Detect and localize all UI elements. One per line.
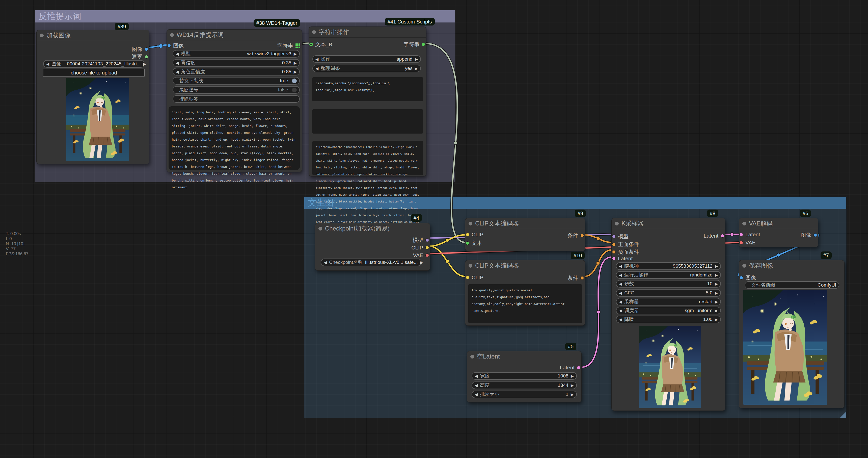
node-save-image[interactable]: 保存图像 图像 文件名前缀 ComfyUI: [739, 260, 844, 408]
output-conditioning[interactable]: 条件: [567, 232, 584, 239]
latent-slot-icon[interactable]: [612, 257, 616, 260]
output-image[interactable]: 图像: [801, 231, 817, 238]
increment-arrow-icon[interactable]: ▶: [415, 66, 418, 71]
output-string[interactable]: 字符串: [277, 42, 300, 49]
increment-arrow-icon[interactable]: ▶: [715, 273, 718, 278]
text-a-textarea[interactable]: ciloranko,maccha \(mochancc\),lobelia \(…: [312, 77, 423, 101]
collapse-dot-icon[interactable]: [318, 227, 322, 230]
input-image[interactable]: 图像: [740, 274, 756, 281]
latent-slot-icon[interactable]: [577, 366, 580, 369]
threshold-stepper[interactable]: ◀ 置信度 0.35 ▶: [173, 59, 300, 67]
input-vae[interactable]: VAE: [740, 239, 755, 246]
input-text-b[interactable]: 文本_B: [309, 41, 332, 48]
increment-arrow-icon[interactable]: ▶: [571, 374, 574, 378]
node-header[interactable]: 加载图像: [37, 30, 149, 41]
clip-slot-icon[interactable]: [426, 246, 429, 250]
node-header[interactable]: 字符串操作: [309, 27, 426, 38]
image-slot-icon[interactable]: [145, 48, 148, 51]
choose-file-button[interactable]: choose file to upload: [43, 69, 145, 77]
conditioning-slot-icon[interactable]: [612, 250, 616, 254]
increment-arrow-icon[interactable]: ▶: [143, 62, 146, 66]
input-latent[interactable]: Latent: [612, 256, 632, 262]
increment-arrow-icon[interactable]: ▶: [715, 308, 718, 313]
node-header[interactable]: 保存图像: [739, 260, 844, 271]
height-stepper[interactable]: ◀ 高度 1344 ▶: [472, 381, 577, 389]
model-slot-icon[interactable]: [426, 238, 429, 242]
decrement-arrow-icon[interactable]: ◀: [619, 308, 622, 313]
image-slot-icon[interactable]: [167, 44, 171, 48]
decrement-arrow-icon[interactable]: ◀: [324, 260, 327, 265]
increment-arrow-icon[interactable]: ▶: [415, 57, 418, 62]
toggle-on-icon[interactable]: [292, 79, 297, 83]
collapse-dot-icon[interactable]: [615, 222, 619, 226]
output-conditioning[interactable]: 条件: [567, 275, 584, 282]
filename-prefix-field[interactable]: 文件名前缀 ComfyUI: [745, 281, 839, 289]
decrement-arrow-icon[interactable]: ◀: [176, 52, 179, 56]
collapse-dot-icon[interactable]: [469, 222, 472, 226]
decrement-arrow-icon[interactable]: ◀: [475, 392, 478, 397]
input-clip[interactable]: CLIP: [466, 231, 484, 237]
image-slot-icon[interactable]: [813, 233, 817, 237]
collapse-dot-icon[interactable]: [470, 355, 474, 359]
character-threshold-stepper[interactable]: ◀ 角色置信度 0.85 ▶: [173, 68, 300, 76]
model-combo[interactable]: ◀ 模型 wd-swinv2-tagger-v3 ▶: [173, 50, 300, 58]
increment-arrow-icon[interactable]: ▶: [294, 52, 297, 56]
increment-arrow-icon[interactable]: ▶: [715, 317, 718, 322]
node-clip-encode-positive[interactable]: CLIP文本编码器 CLIP 文本 条件: [465, 218, 585, 251]
input-latent[interactable]: Latent: [740, 231, 760, 237]
tags-output-textarea[interactable]: 1girl, solo, long hair, looking at viewe…: [168, 106, 300, 170]
negative-prompt-textarea[interactable]: low quality,worst quality,normal quality…: [468, 284, 582, 323]
checkpoint-name-combo[interactable]: ◀ Checkpoint名称 Illustrious-XL-v0.1.safe.…: [321, 259, 422, 266]
exclude-tags-field[interactable]: 排除标签: [173, 95, 300, 103]
output-latent[interactable]: Latent: [560, 365, 580, 371]
increment-arrow-icon[interactable]: ▶: [294, 61, 297, 65]
increment-arrow-icon[interactable]: ▶: [420, 260, 423, 265]
input-negative[interactable]: 负面条件: [612, 249, 639, 256]
trailing-comma-toggle[interactable]: 尾随逗号 false: [173, 86, 300, 94]
output-model[interactable]: 模型: [412, 236, 429, 244]
increment-arrow-icon[interactable]: ▶: [571, 383, 574, 388]
decrement-arrow-icon[interactable]: ◀: [619, 282, 622, 286]
node-string-operation[interactable]: 字符串操作 文本_B 字符串 ◀ 操作 append ▶ ◀ 整理词条 yes …: [309, 27, 427, 176]
node-header[interactable]: CLIP文本编码器: [465, 260, 585, 271]
text-c-textarea[interactable]: [312, 109, 423, 134]
conditioning-slot-icon[interactable]: [580, 234, 584, 237]
input-text[interactable]: 文本: [466, 239, 482, 247]
node-header[interactable]: WD14反推提示词: [167, 30, 302, 40]
output-string[interactable]: 字符串: [403, 41, 425, 48]
replace-underscore-toggle[interactable]: 替换下划线 true: [173, 77, 300, 85]
node-vae-decode[interactable]: VAE解码 Latent VAE 图像: [739, 218, 818, 247]
clip-slot-icon[interactable]: [466, 233, 469, 236]
string-ring-slot-icon[interactable]: [309, 43, 313, 46]
decrement-arrow-icon[interactable]: ◀: [619, 299, 622, 304]
seed-stepper[interactable]: ◀ 随机种 965533695327112 ▶: [616, 262, 721, 270]
string-slot-icon[interactable]: [466, 241, 469, 245]
increment-arrow-icon[interactable]: ▶: [571, 392, 574, 397]
output-image[interactable]: 图像: [132, 46, 148, 53]
decrement-arrow-icon[interactable]: ◀: [619, 264, 622, 269]
increment-arrow-icon[interactable]: ▶: [715, 299, 718, 304]
decrement-arrow-icon[interactable]: ◀: [619, 273, 622, 278]
after-generate-combo[interactable]: ◀ 运行后操作 randomize ▶: [616, 271, 721, 279]
node-header[interactable]: CLIP文本编码器: [465, 218, 585, 229]
collapse-dot-icon[interactable]: [742, 264, 746, 268]
node-header[interactable]: 空Latent: [467, 351, 581, 362]
action-combo[interactable]: ◀ 操作 append ▶: [312, 55, 421, 63]
output-vae[interactable]: VAE: [413, 252, 429, 258]
collapse-dot-icon[interactable]: [742, 222, 746, 226]
input-image[interactable]: 图像: [167, 42, 184, 49]
string-list-grid-icon[interactable]: [296, 44, 300, 48]
conditioning-slot-icon[interactable]: [612, 242, 616, 246]
width-stepper[interactable]: ◀ 宽度 1008 ▶: [472, 372, 577, 380]
decrement-arrow-icon[interactable]: ◀: [619, 291, 622, 295]
decrement-arrow-icon[interactable]: ◀: [46, 62, 49, 66]
sampler-combo[interactable]: ◀ 采样器 restart ▶: [616, 298, 721, 306]
result-textarea[interactable]: ciloranko,maccha \(mochancc\),lobelia \(…: [312, 141, 423, 175]
decrement-arrow-icon[interactable]: ◀: [619, 317, 622, 322]
cfg-stepper[interactable]: ◀ CFG 5.0 ▶: [616, 289, 721, 297]
steps-stepper[interactable]: ◀ 步数 10 ▶: [616, 280, 721, 288]
output-mask[interactable]: 遮罩: [132, 53, 148, 60]
latent-slot-icon[interactable]: [740, 233, 743, 236]
decrement-arrow-icon[interactable]: ◀: [176, 69, 179, 74]
node-header[interactable]: Checkpoint加载器(简易): [315, 223, 430, 234]
